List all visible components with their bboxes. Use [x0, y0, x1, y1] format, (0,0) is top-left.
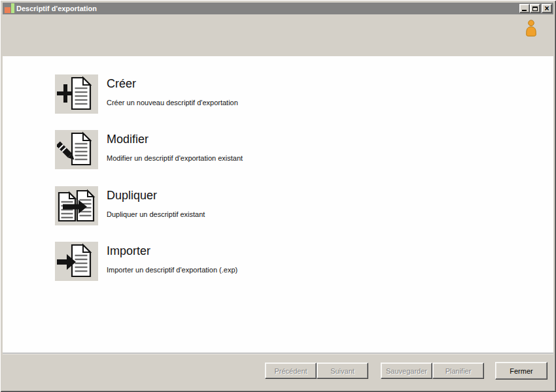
content-area: Créer Créer un nouveau descriptif d'expo…	[3, 56, 553, 353]
document-pencil-icon	[57, 131, 96, 168]
suivant-button: Suivant	[317, 363, 368, 379]
option-description: Créer un nouveau descriptif d'exportatio…	[107, 99, 381, 107]
logo-orange-bar	[5, 7, 10, 13]
option-text: Dupliquer Dupliquer un descriptif exista…	[107, 186, 381, 225]
window-controls: ×	[519, 4, 552, 13]
option-description: Importer un descriptif d'exportation (.e…	[107, 266, 381, 274]
option-modifier[interactable]: Modifier Modifier un descriptif d'export…	[55, 130, 381, 169]
document-pencil-tile	[55, 130, 98, 169]
fermer-button[interactable]: Fermer	[495, 362, 547, 380]
dialog-window: Descriptif d'exportation ×	[0, 0, 556, 392]
footer-bar: Précédent Suivant Sauvegarder Planifier …	[3, 353, 553, 389]
document-plus-tile	[55, 74, 98, 114]
document-import-icon	[57, 243, 96, 280]
bar-chart-logo-icon	[5, 3, 14, 14]
option-title: Dupliquer	[107, 188, 381, 203]
minimize-icon	[522, 10, 527, 11]
option-title: Modifier	[107, 132, 381, 146]
maximize-button[interactable]	[530, 4, 540, 13]
option-title: Importer	[107, 244, 381, 258]
document-duplicate-icon	[57, 188, 96, 224]
document-plus-icon	[57, 76, 96, 112]
planifier-button: Planifier	[432, 363, 484, 379]
option-description: Dupliquer un descriptif existant	[107, 210, 381, 219]
option-text: Modifier Modifier un descriptif d'export…	[107, 130, 381, 169]
option-text: Importer Importer un descriptif d'export…	[107, 242, 381, 281]
option-creer[interactable]: Créer Créer un nouveau descriptif d'expo…	[55, 74, 381, 114]
option-text: Créer Créer un nouveau descriptif d'expo…	[107, 74, 381, 114]
document-import-tile	[55, 242, 98, 281]
logo-green-bar	[11, 3, 14, 13]
window-title: Descriptif d'exportation	[16, 3, 97, 14]
close-icon: ×	[544, 5, 549, 12]
option-dupliquer[interactable]: Dupliquer Dupliquer un descriptif exista…	[55, 186, 381, 225]
option-title: Créer	[107, 76, 381, 91]
document-duplicate-tile	[55, 186, 98, 225]
titlebar[interactable]: Descriptif d'exportation ×	[3, 3, 553, 14]
option-description: Modifier un descriptif d'exportation exi…	[107, 154, 381, 163]
sauvegarder-button: Sauvegarder	[381, 363, 432, 379]
close-button[interactable]: ×	[542, 4, 552, 13]
header-band	[3, 14, 553, 56]
precedent-button: Précédent	[265, 363, 317, 379]
option-importer[interactable]: Importer Importer un descriptif d'export…	[55, 242, 381, 281]
minimize-button[interactable]	[519, 4, 530, 13]
maximize-icon	[532, 7, 538, 11]
person-icon	[524, 20, 538, 37]
